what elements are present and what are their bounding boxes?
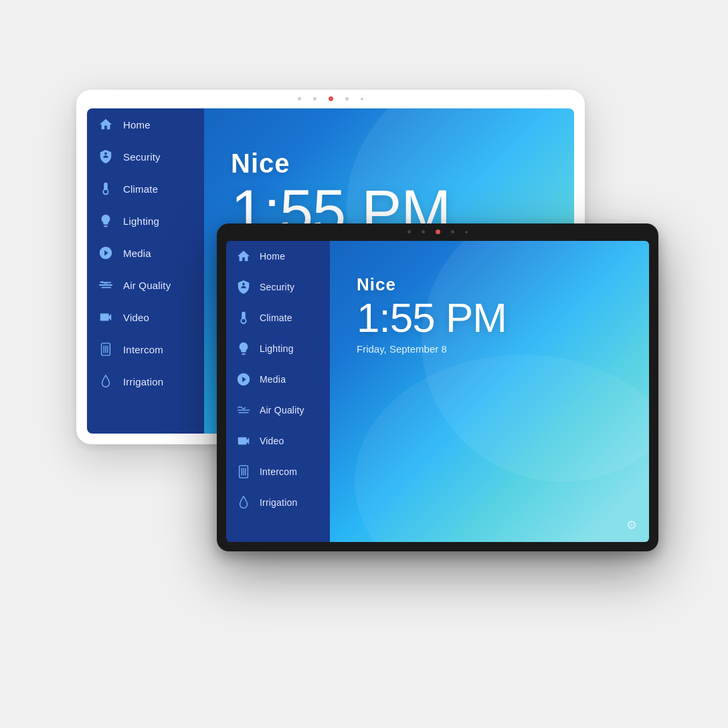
nav-label-lighting-black: Lighting — [260, 343, 294, 354]
home-icon — [98, 116, 114, 132]
nav-item-climate-black[interactable]: Climate — [226, 302, 330, 333]
lighting-icon-black — [236, 341, 252, 357]
black-sidebar: Home Security Climate — [226, 241, 330, 542]
climate-icon-black — [236, 310, 252, 326]
scene: Home Security Climate — [63, 63, 665, 665]
media-icon-black — [236, 371, 252, 387]
nav-item-home-white[interactable]: Home — [87, 108, 204, 141]
nav-item-irrigation-white[interactable]: Irrigation — [87, 365, 204, 397]
security-icon-black — [236, 279, 252, 295]
dot-1 — [298, 97, 301, 100]
irrigation-icon-black — [236, 494, 252, 511]
white-camera-bar — [298, 96, 363, 101]
black-date: Friday, September 8 — [357, 343, 447, 355]
nav-item-airquality-black[interactable]: Air Quality — [226, 395, 330, 426]
lighting-icon — [98, 213, 114, 229]
nav-item-intercom-black[interactable]: Intercom — [226, 456, 330, 487]
dot-3 — [345, 97, 349, 100]
nav-item-lighting-black[interactable]: Lighting — [226, 333, 330, 364]
nav-item-home-black[interactable]: Home — [226, 241, 330, 272]
white-sidebar: Home Security Climate — [87, 108, 204, 434]
nav-item-video-black[interactable]: Video — [226, 426, 330, 456]
nav-label-irrigation-white: Irrigation — [123, 376, 163, 387]
nav-label-media-white: Media — [123, 248, 151, 259]
black-time: 1:55 PM — [357, 295, 507, 341]
nav-label-home-white: Home — [123, 119, 151, 130]
dot-2 — [313, 97, 316, 100]
white-brand: Nice — [231, 149, 290, 179]
media-icon — [98, 245, 114, 261]
nav-item-irrigation-black[interactable]: Irrigation — [226, 487, 330, 518]
camera-dot — [329, 96, 333, 101]
nav-item-security-black[interactable]: Security — [226, 272, 330, 302]
black-camera-dot — [436, 230, 440, 234]
nav-label-airquality-white: Air Quality — [123, 280, 171, 291]
nav-label-security-black: Security — [260, 282, 294, 292]
nav-item-intercom-white[interactable]: Intercom — [87, 333, 204, 365]
nav-label-security-white: Security — [123, 151, 161, 163]
black-brand: Nice — [357, 274, 396, 295]
video-icon-black — [236, 433, 252, 449]
nav-item-security-white[interactable]: Security — [87, 141, 204, 173]
nav-item-video-white[interactable]: Video — [87, 301, 204, 333]
dot-4 — [361, 98, 363, 100]
air-quality-icon-black — [236, 402, 252, 418]
black-screen: Home Security Climate — [226, 241, 649, 542]
nav-label-video-white: Video — [123, 312, 149, 323]
air-quality-icon — [98, 277, 114, 293]
nav-item-media-black[interactable]: Media — [226, 364, 330, 395]
settings-icon[interactable]: ⚙ — [626, 518, 637, 533]
black-camera-bar — [407, 230, 468, 234]
security-icon — [98, 149, 114, 165]
black-dot-3 — [451, 230, 454, 234]
nav-item-lighting-white[interactable]: Lighting — [87, 205, 204, 237]
nav-label-media-black: Media — [260, 374, 286, 385]
nav-label-video-black: Video — [260, 436, 284, 446]
nav-item-climate-white[interactable]: Climate — [87, 173, 204, 205]
nav-label-home-black: Home — [260, 251, 285, 262]
black-dot-1 — [407, 230, 411, 234]
black-main-area: Nice 1:55 PM Friday, September 8 ⚙ — [330, 241, 649, 542]
nav-label-climate-white: Climate — [123, 183, 158, 195]
intercom-icon — [98, 341, 114, 357]
intercom-icon-black — [236, 464, 252, 480]
home-icon-black — [236, 248, 252, 264]
climate-icon — [98, 181, 114, 197]
black-dot-2 — [422, 230, 425, 234]
video-icon — [98, 309, 114, 325]
nav-label-intercom-white: Intercom — [123, 344, 163, 355]
nav-item-media-white[interactable]: Media — [87, 237, 204, 269]
black-dot-4 — [465, 231, 468, 234]
nav-label-airquality-black: Air Quality — [260, 405, 304, 416]
nav-label-intercom-black: Intercom — [260, 466, 297, 477]
nav-item-airquality-white[interactable]: Air Quality — [87, 269, 204, 301]
nav-label-lighting-white: Lighting — [123, 215, 159, 227]
nav-label-irrigation-black: Irrigation — [260, 497, 297, 508]
tablet-black: Home Security Climate — [217, 223, 658, 551]
irrigation-icon — [98, 373, 114, 389]
nav-label-climate-black: Climate — [260, 312, 292, 323]
